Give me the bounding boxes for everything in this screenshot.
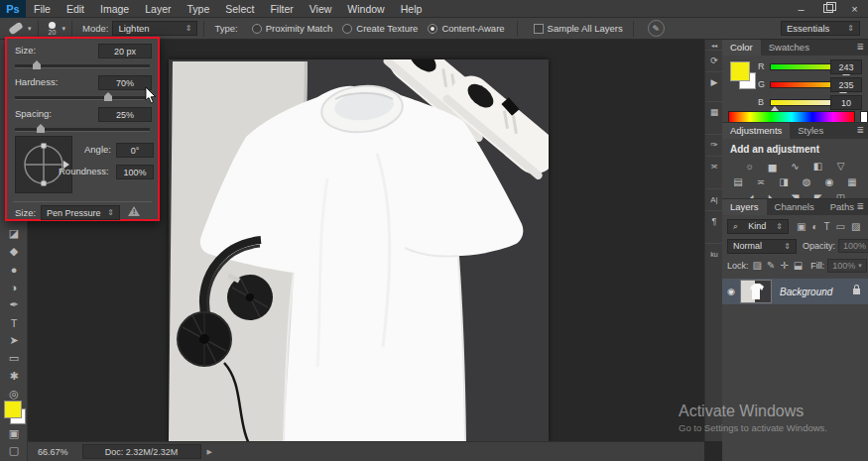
tab-color[interactable]: Color (722, 40, 761, 56)
tab-layers[interactable]: Layers (722, 199, 767, 215)
actions-panel-icon[interactable]: ▶ (705, 71, 723, 92)
sample-all-layers-checkbox[interactable] (534, 24, 544, 34)
channel-mixer-icon[interactable]: ◉ (821, 175, 837, 188)
spot-healing-brush-tool-icon[interactable] (6, 21, 26, 37)
pen-tool[interactable]: ✒ (0, 296, 28, 313)
fill-field[interactable]: 100% ▾ (827, 259, 867, 273)
menu-edit[interactable]: Edit (59, 0, 92, 18)
history-panel-icon[interactable]: ⟳ (705, 50, 723, 70)
workspace-select[interactable]: Essentials ⇕ (781, 21, 860, 36)
brush-preset-picker[interactable]: 20 (45, 22, 61, 36)
hand-tool[interactable]: ✱ (0, 368, 28, 385)
quick-mask-button[interactable]: ▣ (0, 425, 28, 442)
menu-view[interactable]: View (302, 0, 340, 18)
tablet-pressure-button[interactable]: ✎ (648, 20, 665, 37)
menu-type[interactable]: Type (179, 0, 217, 18)
color-balance-icon[interactable]: ≍ (753, 175, 769, 188)
status-options-arrow-icon[interactable]: ▶ (207, 448, 212, 456)
rectangle-tool[interactable]: ▭ (0, 350, 28, 367)
character-panel-icon[interactable]: A| (705, 188, 723, 209)
color-lookup-icon[interactable]: ▦ (844, 175, 860, 188)
size-field[interactable]: 20 px (98, 44, 152, 58)
green-value[interactable]: 235 (830, 77, 862, 92)
hue-saturation-icon[interactable]: ▤ (730, 175, 746, 188)
filter-smart-objects-icon[interactable]: ▨ (851, 221, 860, 232)
filter-pixel-layers-icon[interactable]: ▣ (797, 221, 806, 232)
tab-swatches[interactable]: Swatches (761, 40, 817, 56)
brightness-contrast-icon[interactable]: ☼ (742, 160, 758, 173)
brush-panel-icon[interactable]: ✑ (705, 134, 723, 155)
menu-window[interactable]: Window (339, 0, 392, 18)
radio-create-texture[interactable] (342, 24, 352, 34)
vibrance-icon[interactable]: ▽ (833, 160, 849, 173)
menu-help[interactable]: Help (393, 0, 431, 18)
close-button[interactable]: × (841, 0, 868, 18)
adjustments-panel-menu-icon[interactable]: ≣ (856, 125, 864, 135)
zoom-level[interactable]: 66.67% (38, 447, 68, 457)
menu-image[interactable]: Image (92, 0, 137, 18)
lock-all-icon[interactable]: ⬓ (794, 260, 803, 271)
mode-select[interactable]: Lighten ⇕ (112, 21, 197, 36)
document-size-field[interactable]: Doc: 2.32M/2.32M (82, 444, 201, 459)
size-slider[interactable] (15, 64, 150, 68)
spacing-slider[interactable] (15, 128, 150, 132)
restore-button[interactable] (814, 0, 841, 18)
minimize-button[interactable]: – (788, 0, 814, 18)
spacing-field[interactable]: 25% (98, 107, 152, 122)
color-panel-menu-icon[interactable]: ≣ (856, 42, 864, 52)
layer-visibility-eye-icon[interactable]: ◉ (722, 287, 740, 296)
brush-angle-preview[interactable] (15, 136, 72, 193)
screen-mode-button[interactable]: ▢ (0, 442, 28, 459)
filter-type-layers-icon[interactable]: T (824, 221, 830, 232)
clone-source-panel-icon[interactable]: ≍ (705, 156, 723, 176)
blue-slider-thumb[interactable] (771, 106, 779, 111)
size-control-select[interactable]: Pen Pressure ⇕ (41, 205, 120, 220)
kuler-panel-icon[interactable]: ku (705, 243, 723, 264)
hardness-slider-thumb[interactable] (104, 92, 112, 101)
collapse-panels-icon[interactable]: ◂◂ (705, 42, 723, 49)
eraser-tool[interactable]: ◪ (0, 225, 28, 242)
lock-transparency-icon[interactable]: ▨ (753, 260, 762, 271)
levels-icon[interactable]: ▅ (765, 160, 781, 173)
black-white-icon[interactable]: ◨ (776, 175, 792, 188)
menu-select[interactable]: Select (217, 0, 262, 18)
photo-filter-icon[interactable]: ◍ (799, 175, 814, 188)
lock-position-icon[interactable]: ✛ (780, 260, 788, 271)
tool-preset-dropdown-icon[interactable]: ▾ (28, 25, 32, 33)
blend-mode-select[interactable]: Normal ⇕ (727, 239, 797, 254)
foreground-color-swatch[interactable] (4, 401, 22, 418)
paragraph-panel-icon[interactable]: ¶ (705, 210, 723, 231)
curves-icon[interactable]: ∿ (788, 160, 804, 173)
radio-proximity-match[interactable] (252, 24, 262, 34)
red-value[interactable]: 243 (830, 59, 862, 74)
exposure-icon[interactable]: ◧ (810, 160, 826, 173)
size-slider-thumb[interactable] (33, 60, 41, 69)
lock-pixels-icon[interactable]: ✎ (767, 260, 775, 271)
layer-thumbnail[interactable] (740, 280, 772, 303)
layers-panel-menu-icon[interactable]: ≣ (856, 201, 864, 211)
menu-file[interactable]: File (26, 0, 59, 18)
hardness-slider[interactable] (15, 96, 150, 100)
angle-field[interactable]: 0° (116, 143, 154, 158)
path-selection-tool[interactable]: ➤ (0, 332, 28, 349)
document-canvas[interactable] (169, 59, 549, 441)
gradient-tool[interactable]: ◆ (0, 243, 28, 260)
tab-channels[interactable]: Channels (767, 199, 822, 215)
spacing-slider-thumb[interactable] (37, 124, 45, 133)
layer-filter-select[interactable]: ⌕ Kind ⇕ (727, 219, 789, 234)
radio-content-aware[interactable] (428, 24, 437, 34)
filter-adjustment-layers-icon[interactable]: ◐ (811, 221, 817, 232)
opacity-field[interactable]: 100% ▾ (838, 239, 868, 253)
roundness-field[interactable]: 100% (116, 165, 154, 179)
mini-bridge-panel-icon[interactable]: ▦ (705, 101, 723, 122)
hardness-field[interactable]: 70% (98, 75, 152, 90)
color-foreground-swatch[interactable] (730, 61, 750, 81)
menu-layer[interactable]: Layer (137, 0, 179, 18)
layer-row-background[interactable]: ◉ Background (722, 279, 868, 304)
brush-preset-dropdown-icon[interactable]: ▾ (62, 25, 66, 33)
dodge-tool[interactable]: ◑ (0, 279, 28, 295)
blur-tool[interactable]: ● (0, 261, 28, 278)
tab-adjustments[interactable]: Adjustments (722, 123, 790, 139)
type-tool[interactable]: T (0, 314, 28, 331)
blue-value[interactable]: 10 (830, 95, 862, 110)
